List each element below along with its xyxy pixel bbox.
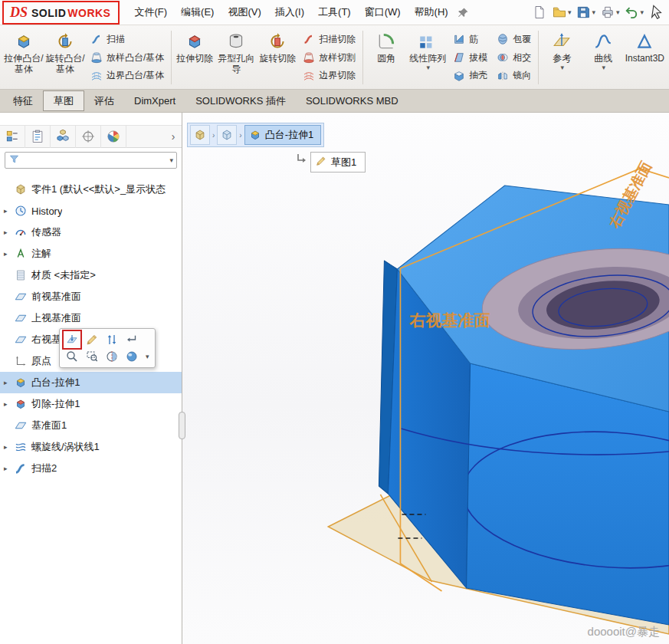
manager-tab-featuremanager[interactable] (0, 125, 25, 148)
context-appearance-button[interactable] (125, 350, 139, 363)
expand-arrow-icon[interactable]: ▸ (4, 400, 14, 408)
ribbon-reference-button[interactable]: 参考▾ (541, 28, 582, 87)
dropdown-caret-icon[interactable]: ▾ (602, 64, 606, 72)
tree-item-annotations[interactable]: ▸注解 (0, 243, 182, 264)
expand-arrow-icon[interactable]: ▸ (4, 250, 14, 258)
expand-arrow-icon[interactable]: ▸ (4, 207, 14, 215)
ribbon-loft-cut-button[interactable]: 放样切割 (303, 51, 356, 64)
filter-caret-icon[interactable]: ▾ (169, 156, 173, 164)
ribbon-fillet-button[interactable]: 圆角 (366, 28, 407, 87)
save-button[interactable]: ▾ (575, 4, 596, 21)
graphics-viewport[interactable]: 右视基准面 右视基准面 ››凸台-拉伸1 草图1 dooooit@暴走 (182, 113, 669, 644)
ribbon-curve-button[interactable]: 曲线▾ (582, 28, 624, 87)
expand-arrow-icon[interactable]: ▸ (4, 465, 14, 472)
menu-item[interactable]: 帮助(H) (408, 1, 455, 24)
select-arrow-button[interactable] (648, 3, 666, 21)
manager-tab-configurationmanager[interactable] (51, 125, 76, 148)
breadcrumb-part-button[interactable] (190, 125, 210, 145)
tree-item-label: 螺旋线/涡状线1 (31, 440, 100, 454)
expand-arrow-icon[interactable]: ▸ (4, 443, 14, 451)
tree-item-plane[interactable]: 上视基准面 (0, 307, 182, 329)
context-normal-to-button[interactable] (65, 333, 79, 347)
dropdown-caret-icon[interactable]: ▾ (561, 64, 565, 72)
menu-item[interactable]: 工具(T) (311, 1, 358, 24)
menu-item[interactable]: 视图(V) (221, 1, 267, 24)
tree-filter-field[interactable]: ▾ (5, 152, 177, 169)
tree-item-boss-extrude[interactable]: ▸凸台-拉伸1 (0, 372, 182, 393)
ribbon-linear-pattern-button[interactable]: 线性阵列▾ (407, 28, 448, 87)
breadcrumb-solid-body-button[interactable] (217, 125, 237, 145)
ribbon-hole-wizard-button[interactable]: 异型孔向导 (215, 28, 257, 87)
ribbon-rib-button[interactable]: 筋 (453, 33, 487, 46)
context-zoom-area-button[interactable] (85, 350, 99, 363)
dropdown-caret-icon[interactable]: ▾ (640, 8, 644, 16)
tree-item-helix[interactable]: ▸螺旋线/涡状线1 (0, 436, 182, 458)
undo-button[interactable]: ▾ (623, 4, 644, 21)
panel-splitter-handle[interactable] (179, 412, 185, 439)
save-icon (576, 5, 591, 20)
manager-tab-dimxpertmanager[interactable] (76, 125, 101, 148)
pin-icon[interactable] (457, 6, 470, 19)
ribbon-sweep-button[interactable]: 扫描 (90, 33, 164, 46)
command-tab-评估[interactable]: 评估 (84, 90, 124, 112)
tree-item-part[interactable]: 零件1 (默认<<默认>_显示状态 (0, 179, 182, 200)
breadcrumb-selected-feature[interactable]: 凸台-拉伸1 (244, 125, 322, 145)
menu-item[interactable]: 文件(F) (127, 1, 174, 24)
ribbon-group: 扫描切除放样切割边界切除 (298, 28, 360, 87)
ribbon-group: 包覆相交镜向 (492, 28, 536, 87)
pin-toggle[interactable] (457, 6, 470, 19)
breadcrumb-child-label: 草图1 (331, 156, 356, 169)
ribbon-draft-button[interactable]: 拔模 (453, 51, 487, 64)
tree-item-cut-extrude[interactable]: ▸切除-拉伸1 (0, 393, 182, 415)
manager-tab-propertymanager[interactable] (25, 125, 51, 148)
tree-item-sensors[interactable]: ▸传感器 (0, 222, 182, 243)
ribbon-extrude-cut-button[interactable]: 拉伸切除 (174, 28, 215, 87)
dropdown-caret-icon[interactable]: ▾ (592, 8, 595, 16)
command-tab-草图[interactable]: 草图 (43, 90, 84, 111)
new-document-button[interactable] (531, 4, 548, 21)
tree-item-material[interactable]: 材质 <未指定> (0, 264, 182, 286)
open-document-button[interactable]: ▾ (551, 4, 572, 21)
expand-arrow-icon[interactable]: ▸ (4, 379, 14, 386)
ribbon-loft-button[interactable]: 放样凸台/基体 (90, 51, 164, 64)
dropdown-caret-icon[interactable]: ▾ (568, 8, 572, 16)
tree-item-sweep-feature[interactable]: ▸扫描2 (0, 458, 182, 479)
3d-scene[interactable]: 右视基准面 右视基准面 (182, 113, 669, 644)
command-tab-SOLIDWORKS MBD[interactable]: SOLIDWORKS MBD (296, 90, 408, 112)
menu-item[interactable]: 插入(I) (268, 1, 311, 24)
menu-item[interactable]: 编辑(E) (174, 1, 221, 24)
manager-tab-displaymanager[interactable] (101, 125, 126, 148)
ribbon-shell-button[interactable]: 抽壳 (453, 69, 487, 82)
ribbon-mirror-button[interactable]: 镜向 (497, 69, 531, 82)
expand-arrow-icon[interactable]: ▸ (4, 228, 14, 236)
context-updown-arrows-button[interactable] (105, 333, 119, 347)
dropdown-caret-icon[interactable]: ▾ (616, 8, 620, 16)
ribbon-revolve-boss-button[interactable]: 旋转凸台/基体 (44, 28, 86, 87)
menu-item[interactable]: 窗口(W) (358, 1, 408, 24)
ribbon-intersect-button[interactable]: 相交 (497, 51, 531, 64)
command-tab-SOLIDWORKS 插件[interactable]: SOLIDWORKS 插件 (185, 90, 296, 112)
context-return-arrow-button[interactable] (125, 333, 139, 347)
context-magnifier-button[interactable] (65, 350, 79, 363)
breadcrumb-child-sketch[interactable]: 草图1 (310, 152, 366, 172)
dropdown-caret-icon[interactable]: ▾ (146, 353, 149, 360)
ribbon-instant3d-button[interactable]: Instant3D (624, 28, 665, 87)
ribbon-extrude-boss-button[interactable]: 拉伸凸台/基体 (3, 28, 44, 87)
ribbon-revolve-cut-button[interactable]: 旋转切除 (257, 28, 298, 87)
context-section-tool-button[interactable] (105, 350, 119, 363)
panel-expand-chevron[interactable]: › (165, 130, 182, 143)
ribbon-wrap-button[interactable]: 包覆 (497, 33, 531, 46)
tree-item-plane[interactable]: 基准面1 (0, 415, 182, 436)
sweep-cut-icon (303, 33, 315, 45)
tree-item-history[interactable]: ▸History (0, 200, 182, 222)
command-tab-特征[interactable]: 特征 (3, 90, 43, 112)
ribbon-boundary-button[interactable]: 边界凸台/基体 (90, 69, 164, 82)
context-edit-sketch-button[interactable] (85, 333, 99, 347)
ribbon-sweep-cut-button[interactable]: 扫描切除 (303, 33, 356, 46)
print-button[interactable]: ▾ (599, 4, 621, 21)
tree-item-plane[interactable]: 前视基准面 (0, 286, 182, 307)
ribbon-boundary-cut-button[interactable]: 边界切除 (303, 69, 356, 82)
ribbon-button-label: 异型孔向导 (215, 53, 257, 75)
dropdown-caret-icon[interactable]: ▾ (427, 64, 431, 72)
command-tab-DimXpert[interactable]: DimXpert (124, 90, 185, 112)
